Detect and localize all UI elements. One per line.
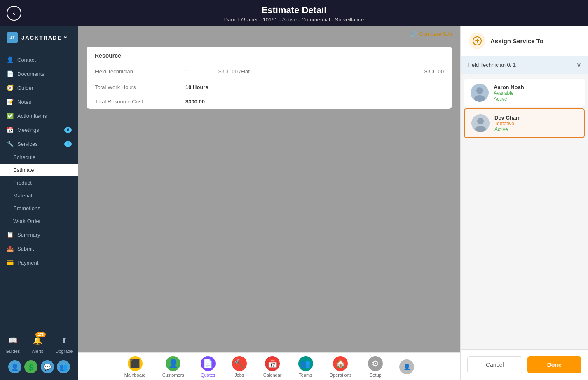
mainboard-label: Mainboard xyxy=(124,373,146,378)
sub-item-work-order[interactable]: Work Order xyxy=(0,215,78,228)
sub-item-estimate[interactable]: Estimate xyxy=(0,164,78,176)
meetings-badge: 0 xyxy=(64,127,72,133)
resource-section-title: Resource xyxy=(87,47,452,63)
aaron-noah-status-active: Active xyxy=(494,96,578,102)
total-resource-cost-value: $300.00 xyxy=(185,99,205,105)
aaron-noah-info: Aaron Noah Available Active xyxy=(494,84,578,102)
user-avatar-btn[interactable]: 👤 xyxy=(8,360,21,373)
alerts-badge: 273 xyxy=(35,332,46,337)
guider-icon: 🧭 xyxy=(7,84,13,91)
alerts-label: Alerts xyxy=(32,349,43,354)
sidebar-item-contact[interactable]: 👤 Contact xyxy=(0,53,78,67)
jobs-label: Jobs xyxy=(234,373,244,378)
quotes-icon: 📄 xyxy=(201,356,216,371)
taskbar-quotes[interactable]: 📄 Quotes xyxy=(201,356,216,378)
setup-label: Setup xyxy=(370,373,382,378)
back-button[interactable]: ‹ xyxy=(7,6,21,21)
technician-list: Aaron Noah Available Active Dev Cham Ten… xyxy=(461,74,588,349)
nav-label-contact: Contact xyxy=(17,57,36,63)
aaron-noah-status-available: Available xyxy=(494,90,578,96)
sidebar-item-guider[interactable]: 🧭 Guider xyxy=(0,81,78,95)
sidebar-item-payment[interactable]: 💳 Payment xyxy=(0,256,78,270)
sidebar-item-action-items[interactable]: ✅ Action Items xyxy=(0,109,78,123)
svg-point-3 xyxy=(474,95,485,102)
submit-icon: 📤 xyxy=(7,245,13,252)
guides-btn[interactable]: 📖 Guides xyxy=(5,334,20,354)
dev-cham-name: Dev Cham xyxy=(494,115,577,121)
taskbar-calendar[interactable]: 📅 Calendar xyxy=(263,356,282,378)
guides-label: Guides xyxy=(5,349,20,354)
taskbar-customers[interactable]: 👤 Customers xyxy=(162,356,184,378)
field-technician-count: Field Technician 0/ 1 xyxy=(467,62,516,68)
documents-icon: 📄 xyxy=(7,70,13,77)
field-technician-dropdown[interactable]: Field Technician 0/ 1 ∨ xyxy=(461,56,588,74)
sidebar: JT JACKTRADE™ 👤 Contact 📄 Documents 🧭 Gu… xyxy=(0,26,78,380)
nav-label-guider: Guider xyxy=(17,85,33,91)
dev-cham-info: Dev Cham Tentative Active xyxy=(494,115,577,132)
cancel-button[interactable]: Cancel xyxy=(467,356,522,373)
taskbar: ⬛ Mainboard 👤 Customers 📄 Quotes 🔨 Jobs … xyxy=(78,352,460,380)
nav-label-services: Services xyxy=(17,141,38,147)
sidebar-item-summary[interactable]: 📋 Summary xyxy=(0,228,78,242)
aaron-noah-name: Aaron Noah xyxy=(494,84,578,90)
services-subnav: Schedule Estimate Product Material Promo… xyxy=(0,151,78,228)
tech-item-dev-cham[interactable]: Dev Cham Tentative Active xyxy=(464,108,585,138)
sub-item-promotions[interactable]: Promotions xyxy=(0,202,78,215)
mainboard-icon: ⬛ xyxy=(128,356,143,371)
panel-title: Assign Service To xyxy=(490,38,543,45)
taskbar-teams[interactable]: 👥 Teams xyxy=(298,356,313,378)
resource-card: Resource Field Technician 1 $300.00 /Fla… xyxy=(87,47,452,109)
total-resource-cost-label: Total Resource Cost xyxy=(95,99,185,105)
customers-icon: 👤 xyxy=(166,356,180,371)
page-header: ‹ Estimate Detail Darrell Graber - 10191… xyxy=(0,0,588,26)
dev-cham-avatar xyxy=(471,114,490,132)
right-panel: Assign Service To Field Technician 0/ 1 … xyxy=(460,26,588,380)
done-button[interactable]: Done xyxy=(527,356,582,373)
quotes-label: Quotes xyxy=(201,373,215,378)
nav-label-meetings: Meetings xyxy=(17,127,39,133)
tech-item-aaron-noah[interactable]: Aaron Noah Available Active xyxy=(464,79,585,107)
user-profile-avatar[interactable]: 👤 xyxy=(399,359,414,374)
sidebar-logo: JT JACKTRADE™ xyxy=(0,26,78,49)
svg-point-5 xyxy=(477,118,484,124)
compare-schedule-btn[interactable]: 🔗 Compare Sch xyxy=(410,31,452,37)
sidebar-item-meetings[interactable]: 📅 Meetings 0 xyxy=(0,123,78,137)
logo-icon: JT xyxy=(7,32,18,43)
setup-icon: ⚙ xyxy=(368,356,383,371)
alerts-btn[interactable]: 🔔 273 Alerts xyxy=(31,334,44,354)
assign-service-icon xyxy=(469,33,485,49)
teams-icon: 👥 xyxy=(298,356,313,371)
teams-label: Teams xyxy=(299,373,312,378)
guides-icon: 📖 xyxy=(6,334,19,347)
taskbar-operations[interactable]: 🏠 Operations xyxy=(330,356,352,378)
summary-icon: 📋 xyxy=(7,231,13,238)
field-technician-label: Field Technician xyxy=(95,68,185,75)
upgrade-btn[interactable]: ⬆ Upgrade xyxy=(55,334,73,354)
dollar-avatar-btn[interactable]: 💲 xyxy=(24,360,37,373)
sidebar-item-notes[interactable]: 📝 Notes xyxy=(0,95,78,109)
nav-label-payment: Payment xyxy=(17,260,38,266)
taskbar-setup[interactable]: ⚙ Setup xyxy=(368,356,383,378)
sidebar-nav: 👤 Contact 📄 Documents 🧭 Guider 📝 Notes ✅… xyxy=(0,49,78,327)
chat-avatar-btn[interactable]: 💬 xyxy=(41,360,54,373)
contact-icon: 👤 xyxy=(7,56,13,63)
taskbar-jobs[interactable]: 🔨 Jobs xyxy=(232,356,247,378)
sub-item-product[interactable]: Product xyxy=(0,176,78,189)
nav-label-notes: Notes xyxy=(17,99,31,105)
taskbar-mainboard[interactable]: ⬛ Mainboard xyxy=(124,356,146,378)
meetings-icon: 📅 xyxy=(7,127,13,133)
payment-icon: 💳 xyxy=(7,259,13,266)
sidebar-item-documents[interactable]: 📄 Documents xyxy=(0,67,78,81)
nav-label-documents: Documents xyxy=(17,71,45,77)
people-avatar-btn[interactable]: 👥 xyxy=(57,360,70,373)
services-icon: 🔧 xyxy=(7,141,13,147)
sub-item-schedule[interactable]: Schedule xyxy=(0,151,78,164)
dev-cham-status-active: Active xyxy=(494,127,577,132)
sub-item-material[interactable]: Material xyxy=(0,189,78,202)
sidebar-item-services[interactable]: 🔧 Services 1 xyxy=(0,137,78,151)
sidebar-item-submit[interactable]: 📤 Submit xyxy=(0,242,78,256)
operations-icon: 🏠 xyxy=(333,356,348,371)
action-items-icon: ✅ xyxy=(7,113,13,119)
nav-label-submit: Submit xyxy=(17,246,34,252)
dev-cham-status-tentative: Tentative xyxy=(494,121,577,127)
